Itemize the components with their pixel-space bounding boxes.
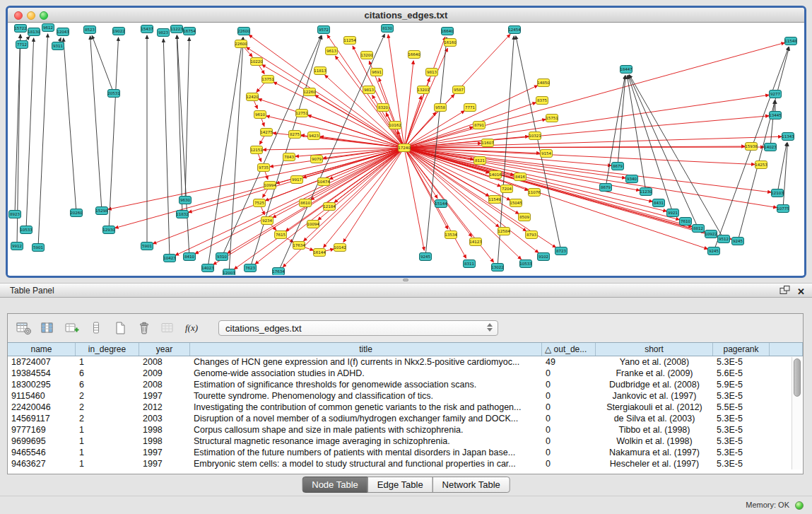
graph-node[interactable]: 7843 [283,153,295,161]
graph-node[interactable]: 14023 [764,144,777,151]
graph-node[interactable]: 8679 [612,163,624,170]
table-cell[interactable]: 2008 [139,357,190,367]
graph-node[interactable]: 8311 [464,260,476,268]
graph-node[interactable]: 15045 [510,199,522,207]
column-header-name[interactable]: name [8,343,76,356]
table-add-icon[interactable] [61,318,83,338]
graph-edge[interactable] [109,37,119,230]
table-cell[interactable]: Nakamura et al. (1997) [596,448,713,457]
graph-node[interactable]: 16754 [183,28,196,35]
graph-node[interactable]: 20531 [107,90,120,98]
graph-node[interactable]: 9823 [158,29,170,37]
graph-node[interactable]: 15144 [435,200,447,208]
graph-node[interactable]: 15722 [14,25,27,33]
graph-node[interactable]: 10142 [334,244,346,252]
table-cell[interactable]: 1 [76,448,139,457]
window-minimize-button[interactable] [27,11,35,20]
table-cell[interactable]: 9777169 [8,425,76,435]
graph-edge[interactable] [185,37,189,200]
graph-node[interactable]: 22600 [237,28,250,35]
graph-node[interactable]: 15751 [546,115,558,122]
graph-node[interactable]: 8410 [184,253,196,261]
table-cell[interactable]: Changes of HCN gene expression and I(f) … [190,357,542,367]
graph-edge[interactable] [92,35,114,93]
graph-node[interactable]: 9245 [420,253,432,261]
column-header-title[interactable]: title [190,343,542,356]
table-cell[interactable]: 9115460 [8,391,76,401]
table-cell[interactable]: Embryonic stem cells: a model to study s… [190,459,542,469]
graph-node[interactable]: 8509 [519,214,531,221]
graph-node[interactable]: 13534 [445,231,457,239]
graph-node[interactable]: 9587 [453,86,465,94]
table-cell[interactable]: 0 [542,448,596,457]
graph-node[interactable]: 15437 [141,25,153,33]
table-cell[interactable]: Jankovic et al. (1997) [596,391,713,401]
graph-node[interactable]: 5901 [33,244,45,252]
table-cell[interactable]: Yano et al. (2008) [596,357,713,367]
graph-edge[interactable] [606,76,625,187]
column-header-in_degree[interactable]: in_degree [76,343,139,356]
graph-edge[interactable] [404,147,764,148]
table-row[interactable]: 2242004622012Investigating the contribut… [8,402,803,413]
table-cell[interactable]: 18724007 [8,357,76,367]
graph-node[interactable]: 9154 [541,150,553,158]
graph-edge[interactable] [15,35,20,214]
graph-node[interactable]: 9612 [42,24,54,32]
scrollbar-thumb[interactable] [794,358,801,397]
graph-node[interactable]: 10922 [705,230,717,238]
graph-node[interactable]: 12003 [223,269,235,276]
table-settings-icon[interactable] [13,318,35,338]
new-file-icon[interactable] [110,318,131,338]
table-cell[interactable]: 19384554 [8,368,76,378]
table-cell[interactable]: Tibbo et al. (1998) [596,425,713,435]
graph-node[interactable]: 9735 [258,164,270,172]
graph-node[interactable]: 8121 [474,157,486,165]
table-cell[interactable]: de Silva et al. (2003) [596,414,713,424]
graph-edge[interactable] [311,148,404,200]
graph-node[interactable]: 15298 [95,207,108,215]
graph-node[interactable]: 17240 [398,144,411,152]
graph-node[interactable]: 11343 [782,133,794,141]
graph-edge[interactable] [90,36,102,211]
table-cell[interactable]: 2012 [139,402,190,412]
table-cell[interactable]: 49 [542,357,596,367]
table-cell[interactable]: 0 [542,414,596,424]
graph-node[interactable]: 8923 [9,211,21,218]
table-cell[interactable]: 0 [542,380,596,390]
graph-node[interactable]: 12103 [771,189,784,197]
function-icon[interactable]: f(x) [182,318,203,338]
table-cell[interactable]: 5.5E-5 [713,402,770,412]
table-row[interactable]: 1872400712008Changes of HCN gene express… [8,356,803,368]
graph-edge[interactable] [163,39,170,258]
column-header-short[interactable]: short [596,343,713,356]
graph-node[interactable]: 9572 [318,26,330,34]
graph-edge[interactable] [404,111,464,148]
graph-edge[interactable] [64,38,76,213]
table-disabled-icon[interactable] [158,318,179,338]
table-cell[interactable]: 2 [76,391,139,401]
graph-node[interactable]: 8793 [526,231,538,239]
graph-node[interactable]: 10994 [264,182,276,189]
table-cell[interactable]: 0 [542,459,596,469]
table-cell[interactable]: 0 [542,436,596,446]
table-cell[interactable]: 1997 [139,459,190,469]
graph-node[interactable]: 10220 [250,58,263,66]
table-cell[interactable]: 9463627 [8,459,76,469]
table-cell[interactable]: 0 [542,402,596,412]
graph-node[interactable]: 9079 [311,156,323,163]
graph-node[interactable]: 15938 [745,143,758,151]
table-cell[interactable]: 1997 [139,448,190,457]
graph-node[interactable]: 9245 [708,247,720,255]
graph-node[interactable]: 11230 [640,188,652,196]
table-cell[interactable]: 9465546 [8,448,76,457]
graph-node[interactable]: 17634 [293,242,305,250]
graph-node[interactable]: 10533 [20,226,33,234]
graph-edge[interactable] [38,34,48,247]
graph-node[interactable]: 8275 [289,131,301,139]
graph-node[interactable]: 9921 [667,209,679,217]
graph-node[interactable]: 9917 [291,176,303,184]
graph-edge[interactable] [177,35,189,257]
graph-edge[interactable] [26,38,34,230]
table-cell[interactable]: 14569117 [8,414,76,424]
table-cell[interactable]: 1 [76,357,139,367]
